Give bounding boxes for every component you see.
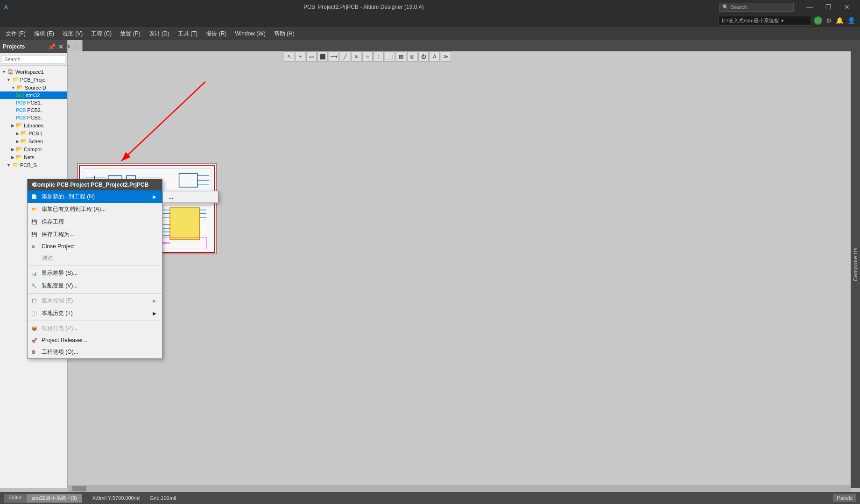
ctx-variant-label: 装配变量 (V)... [42,282,78,290]
svg-rect-11 [179,174,197,187]
menu-design[interactable]: 设计 (D) [145,28,173,40]
toolbar-split[interactable]: ╎ [374,51,384,62]
toolbar-bus[interactable]: ≡ [351,51,361,62]
horizontal-scrollbar[interactable] [68,485,851,492]
tab-close-button[interactable]: ✕ [73,43,77,49]
toolbar-pad[interactable]: ⬜ [385,51,395,62]
toolbar-text[interactable]: A [430,51,440,62]
ctx-version: 📋 版本控制 (E) ▶ [28,294,162,307]
menu-view[interactable]: 视图 (V) [59,28,86,40]
tree-pcb2[interactable]: PCB PCB2. [0,106,67,114]
toolbar-select[interactable]: ↖ [284,51,294,62]
status-tab-editor[interactable]: Editor [4,494,27,503]
tree-pcb3[interactable]: PCB PCB3. [0,114,67,121]
pcb-icon: PCB [16,100,26,105]
panel-title: Projects [3,43,25,50]
ctx-save[interactable]: 💾 保存工程 [28,216,162,228]
ctx-diff[interactable]: 📊 显示差异 (S)... [28,267,162,280]
toolbar-power[interactable]: ⏻ [418,51,429,62]
tree-workspace[interactable]: ▼ 🏠 Workspace1 [0,68,67,76]
ctx-add-existing[interactable]: 📂 添加已有文档到工程 (A)... [28,203,162,216]
toolbar-add[interactable]: + [295,51,305,62]
panels-button[interactable]: Panels [833,494,856,502]
ctx-add-label: 添加新的...到工程 (N) [42,193,95,201]
ctx-close-project[interactable]: ✕ Close Project [28,241,162,252]
tree-schlib[interactable]: ▶ 📂 Schen [0,137,67,145]
ctx-compile-icon: ⚙ [31,182,36,188]
statusbar: Editor stm32最小系统.~(3) X:0mil Y:5700.000m… [0,492,860,504]
ctx-history[interactable]: 🕐 本地历史 (T) ▶ [28,307,162,320]
arrow-icon: ▶ [11,147,14,152]
ctx-release[interactable]: 🚀 Project Releaser... [28,335,162,346]
tree-libraries[interactable]: ▶ 📂 Libraries [0,121,67,129]
sub-item-1[interactable]: ... [163,191,218,203]
titlebar: A PCB_Project2.PrjPCB - Altium Designer … [0,0,860,14]
folder-icon: 📂 [16,122,22,128]
ctx-pack: 📦 项目打包 (P)... [28,322,162,335]
tree-stm32-sch[interactable]: Sch stm32 [0,91,67,99]
ctx-browse: 浏览 [28,252,162,265]
toolbar-fill[interactable]: ▦ [396,51,406,62]
toolbar-net[interactable]: ≈ [362,51,373,62]
main-canvas[interactable]: Pcgre_Blank [68,51,851,485]
ctx-release-icon: 🚀 [31,338,37,343]
tree-project[interactable]: ▼ 📁 PCB_Proje [0,76,67,84]
toolbar-rect[interactable]: ▭ [306,51,317,62]
panel-pin[interactable]: 📌 [47,43,56,50]
tabbar: stm32最小系统.~(3).SchDoc ✕ [0,40,860,51]
toolbar-via[interactable]: ◎ [407,51,417,62]
menu-window[interactable]: Window (W) [231,28,269,39]
ctx-options[interactable]: ⚙ 工程选项 (O)... [28,346,162,358]
ctx-variant-icon: 🔧 [31,283,37,288]
panels-label: Panels [837,495,853,501]
tree-pcb1[interactable]: PCB PCB1. [0,99,67,106]
ctx-release-label: Project Releaser... [42,337,87,343]
menu-report[interactable]: 报告 (R) [202,28,230,40]
schematic-tab-label: stm32最小系统.~(3) [32,495,77,501]
tree-components[interactable]: ▶ 📂 Compor [0,145,67,153]
submenu-arrow-icon: ▶ [153,194,156,199]
search-input[interactable] [2,55,65,63]
panel-close[interactable]: ✕ [57,43,64,50]
ctx-add-new[interactable]: 📄 添加新的...到工程 (N) ▶ [28,190,162,203]
status-tab-schematic[interactable]: stm32最小系统.~(3) [27,494,82,503]
ctx-save-icon: 💾 [31,219,37,224]
arrow-icon: ▼ [2,70,6,74]
editor-tab-label: Editor [8,495,22,500]
toolbar-pcb[interactable]: ⬛ [317,51,328,62]
ctx-saveas[interactable]: 💾 保存工程为... [28,228,162,241]
menu-file[interactable]: 文件 (F) [2,28,29,40]
titlebar-search[interactable]: 🔍 Search [719,3,794,12]
menu-help[interactable]: 帮助 (H) [270,28,298,40]
ctx-variant[interactable]: 🔧 装配变量 (V)... [28,280,162,292]
status-grid: Grid:100mil [150,495,176,501]
pcb1-label: PCB1. [27,100,42,105]
separator3 [28,321,162,321]
toolbar-wire[interactable]: ⟶ [329,51,339,62]
minimize-button[interactable]: — [800,0,819,14]
menu-place[interactable]: 放置 (P) [116,28,144,40]
menubar: 文件 (F) 编辑 (E) 视图 (V) 工程 (C) 放置 (P) 设计 (D… [0,27,860,40]
user-icon[interactable]: 👤 [847,17,855,24]
source-label: Source D [25,85,46,91]
tree-pcblib[interactable]: ▶ 📂 PCB L [0,129,67,137]
restore-button[interactable]: ❐ [819,0,838,14]
toolbar-line[interactable]: ╱ [340,51,350,62]
toolbar: ↖ + ▭ ⬛ ⟶ ╱ ≡ ≈ ╎ ⬜ ▦ ◎ ⏻ A ≫ [284,51,451,62]
bell-icon[interactable]: 🔔 [836,17,844,24]
ctx-saveas-icon: 💾 [31,232,37,237]
arrow-icon: ▶ [11,123,14,128]
tree-source-folder[interactable]: ▼ 📂 Source D [0,84,67,91]
menu-project[interactable]: 工程 (C) [87,28,115,40]
pcblib-label: PCB L [28,131,43,136]
menu-edit[interactable]: 编辑 (E) [30,28,58,40]
menu-tools[interactable]: 工具 (T) [174,28,202,40]
gear-icon[interactable]: ⚙ [826,17,832,24]
path-display[interactable]: D:\嵌入式\stm最小系统板 ▾ [719,16,812,26]
toolbar-more[interactable]: ≫ [441,51,451,62]
tree-nets[interactable]: ▶ 📂 Nets [0,153,67,161]
ctx-compile[interactable]: ⚙ Compile PCB Project PCB_Project2.PrjPC… [28,179,162,190]
pcb3-label: PCB3. [27,115,42,120]
tree-pcb-second[interactable]: ▼ 📁 PCB_S [0,161,67,169]
close-button[interactable]: ✕ [838,0,856,14]
